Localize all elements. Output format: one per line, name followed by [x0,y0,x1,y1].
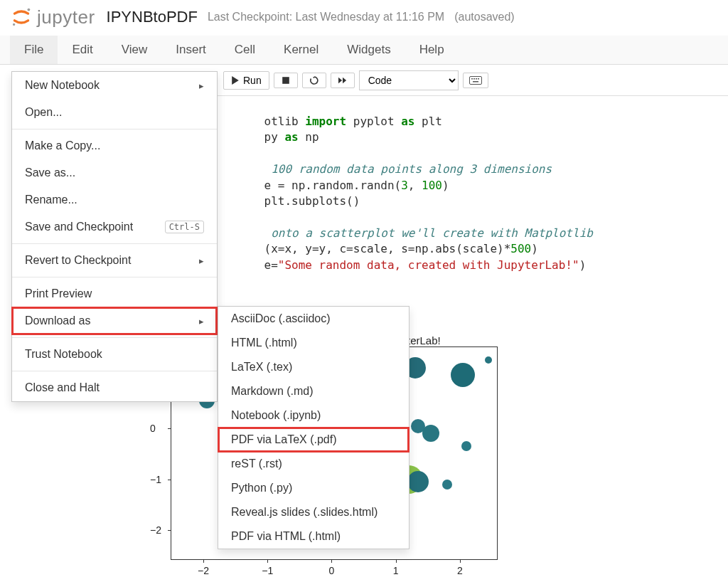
notebook-header: jupyter IPYNBtoPDF Last Checkpoint: Last… [0,0,728,36]
run-button[interactable]: Run [223,71,269,90]
jupyter-logo-text: jupyter [37,6,95,28]
notebook-title[interactable]: IPYNBtoPDF [107,8,198,26]
data-point [407,471,429,492]
file-menu-item[interactable]: Make a Copy... [12,132,217,159]
x-tick-label: −2 [198,565,209,576]
play-icon [231,76,240,85]
stop-icon [282,76,290,85]
data-point [485,356,492,364]
download-format-item[interactable]: PDF via LaTeX (.pdf) [218,428,409,452]
file-menu-item[interactable]: Save as... [12,159,217,186]
file-menu-item[interactable]: Save and CheckpointCtrl-S [12,213,217,240]
menu-item-label: Trust Notebook [25,348,102,361]
y-tick-label: −1 [150,474,161,485]
keyboard-icon [469,76,482,85]
menu-item-label: Download as [25,314,91,327]
download-as-submenu: AsciiDoc (.asciidoc)HTML (.html)LaTeX (.… [218,306,410,549]
svg-rect-8 [473,81,478,83]
y-tick-label: −2 [150,524,161,536]
svg-rect-6 [476,78,477,80]
menu-item-label: Print Preview [25,287,92,300]
menu-kernel[interactable]: Kernel [269,36,333,64]
file-menu-item[interactable]: Rename... [12,186,217,213]
data-point [461,441,471,451]
file-menu-item[interactable]: Trust Notebook [12,341,217,368]
data-point [451,363,475,387]
file-menu-item[interactable]: Print Preview [12,280,217,307]
svg-rect-4 [471,78,473,80]
download-format-item[interactable]: PDF via HTML (.html) [218,524,409,549]
svg-point-0 [27,9,30,11]
restart-button[interactable] [302,73,326,88]
y-tick-label: 0 [150,423,156,434]
command-palette-button[interactable] [463,73,488,88]
svg-point-1 [13,23,15,26]
fastforward-button[interactable] [331,73,355,88]
menu-item-label: Close and Halt [25,381,100,394]
download-format-item[interactable]: HTML (.html) [218,331,409,355]
data-point [422,425,439,442]
checkpoint-text: Last Checkpoint: Last Wednesday at 11:16… [208,11,444,23]
file-menu-item[interactable]: New Notebook [12,72,217,99]
menu-item-label: Make a Copy... [25,139,100,152]
menu-item-label: Open... [25,106,62,119]
download-format-item[interactable]: Markdown (.md) [218,379,409,403]
file-menu-item[interactable]: Revert to Checkpoint [12,247,217,274]
menu-item-label: New Notebook [25,79,100,92]
menu-cell[interactable]: Cell [220,36,269,64]
menubar: File Edit View Insert Cell Kernel Widget… [0,36,728,65]
x-tick-label: 1 [393,565,399,576]
download-format-item[interactable]: Notebook (.ipynb) [218,403,409,428]
data-point [442,480,452,490]
restart-icon [310,76,318,85]
menu-edit[interactable]: Edit [58,36,107,64]
run-label: Run [243,75,262,86]
menu-shortcut: Ctrl-S [165,221,204,233]
menu-separator [12,243,217,244]
menu-item-label: Save and Checkpoint [25,221,133,233]
toolbar: Run Code [213,65,728,96]
x-tick-label: 2 [457,565,463,576]
autosaved-text: (autosaved) [454,11,515,23]
menu-separator [12,371,217,371]
download-format-item[interactable]: LaTeX (.tex) [218,355,409,379]
download-format-item[interactable]: Python (.py) [218,476,409,500]
menu-item-label: Rename... [25,194,77,206]
x-tick-label: 0 [329,565,335,576]
download-format-item[interactable]: AsciiDoc (.asciidoc) [218,307,409,331]
stop-button[interactable] [274,73,298,88]
svg-rect-3 [469,76,481,84]
file-menu-item[interactable]: Close and Halt [12,374,217,401]
download-format-item[interactable]: reST (.rst) [218,452,409,476]
jupyter-icon [10,6,33,28]
menu-help[interactable]: Help [405,36,459,64]
menu-separator [12,337,217,338]
file-menu-item[interactable]: Download as [12,307,217,334]
fastforward-icon [338,76,347,85]
menu-item-label: Save as... [25,166,75,179]
file-menu-item[interactable]: Open... [12,99,217,126]
svg-rect-2 [282,77,289,84]
menu-view[interactable]: View [107,36,162,64]
menu-widgets[interactable]: Widgets [333,36,405,64]
x-tick-label: −1 [262,565,273,576]
cell-type-select[interactable]: Code [359,70,459,90]
menu-insert[interactable]: Insert [161,36,220,64]
menu-separator [12,129,217,129]
menu-file[interactable]: File [10,36,58,64]
svg-rect-7 [478,78,479,80]
menu-separator [12,277,217,277]
file-dropdown: New NotebookOpen...Make a Copy...Save as… [11,71,218,402]
menu-item-label: Revert to Checkpoint [25,254,131,267]
svg-rect-5 [473,78,475,80]
download-format-item[interactable]: Reveal.js slides (.slides.html) [218,500,409,524]
jupyter-logo[interactable]: jupyter [10,6,95,28]
